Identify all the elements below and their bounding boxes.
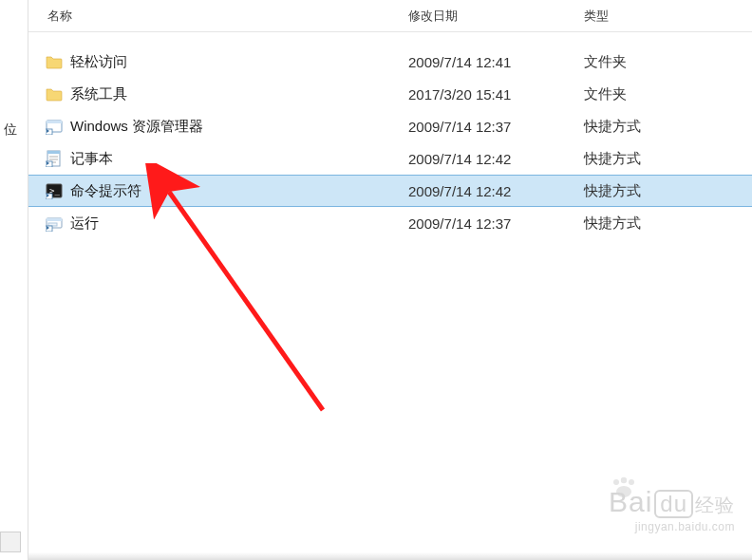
svg-point-18	[621, 477, 627, 483]
file-row[interactable]: >_命令提示符2009/7/14 12:42快捷方式	[28, 175, 752, 207]
file-row[interactable]: 记事本2009/7/14 12:42快捷方式	[28, 142, 752, 175]
shortcut-cmd-icon: >_	[46, 182, 63, 199]
file-type: 快捷方式	[584, 182, 717, 200]
column-header-name[interactable]: 名称	[28, 8, 408, 25]
watermark-brand-left: Bai	[609, 486, 652, 517]
scrollbar-corner	[0, 532, 21, 552]
file-name: 运行	[70, 215, 99, 233]
column-header-type[interactable]: 类型	[584, 8, 717, 25]
svg-rect-14	[48, 223, 57, 226]
file-type: 快捷方式	[584, 215, 717, 233]
left-nav-fragment: 位	[4, 121, 17, 139]
bottom-shadow	[28, 552, 752, 560]
file-name: 命令提示符	[70, 182, 141, 200]
watermark: Baidu经验 jingyan.baidu.com	[609, 486, 735, 533]
file-date: 2009/7/14 12:37	[408, 215, 584, 232]
file-date: 2017/3/20 15:41	[408, 86, 584, 103]
file-date: 2009/7/14 12:42	[408, 151, 584, 167]
file-list-panel: 名称 修改日期 类型 轻松访问2009/7/14 12:41文件夹系统工具201…	[28, 0, 752, 560]
svg-point-20	[616, 486, 631, 497]
file-row[interactable]: 轻松访问2009/7/14 12:41文件夹	[28, 46, 752, 78]
svg-point-17	[613, 479, 619, 485]
file-name: 系统工具	[70, 85, 127, 103]
shortcut-notepad-icon	[46, 150, 63, 167]
file-name: 轻松访问	[70, 53, 127, 71]
file-date: 2009/7/14 12:37	[408, 119, 584, 135]
file-name: 记事本	[70, 150, 113, 168]
file-type: 快捷方式	[584, 118, 717, 136]
file-type: 快捷方式	[584, 150, 717, 168]
file-date: 2009/7/14 12:41	[408, 54, 584, 70]
watermark-url: jingyan.baidu.com	[609, 520, 735, 533]
svg-rect-4	[47, 151, 60, 154]
folder-icon	[46, 85, 63, 103]
svg-rect-1	[47, 121, 62, 123]
file-date: 2009/7/14 12:42	[408, 183, 584, 199]
file-name: Windows 资源管理器	[70, 118, 203, 136]
column-headers[interactable]: 名称 修改日期 类型	[28, 0, 752, 32]
shortcut-run-icon	[46, 215, 63, 232]
file-row[interactable]: 运行2009/7/14 12:37快捷方式	[28, 207, 752, 239]
file-row[interactable]: 系统工具2017/3/20 15:41文件夹	[28, 78, 752, 110]
watermark-paw-icon	[610, 476, 638, 501]
file-type: 文件夹	[584, 53, 717, 71]
file-list: 轻松访问2009/7/14 12:41文件夹系统工具2017/3/20 15:4…	[28, 32, 752, 239]
watermark-brand-right: 经验	[695, 495, 735, 515]
file-row[interactable]: Windows 资源管理器2009/7/14 12:37快捷方式	[28, 110, 752, 142]
file-type: 文件夹	[584, 85, 717, 103]
column-header-date[interactable]: 修改日期	[408, 8, 584, 25]
left-nav-strip: 位	[0, 0, 28, 560]
svg-rect-13	[47, 218, 62, 221]
watermark-brand-box: du	[654, 490, 693, 518]
svg-point-19	[629, 479, 634, 485]
folder-icon	[46, 53, 63, 70]
shortcut-explorer-icon	[46, 118, 63, 135]
